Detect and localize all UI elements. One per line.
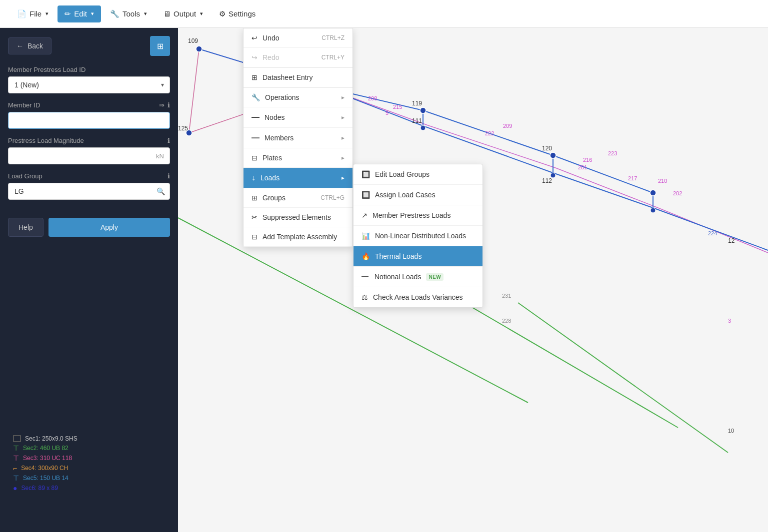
search-icon: 🔍 — [156, 187, 165, 195]
svg-text:228: 228 — [502, 318, 511, 324]
sec5-icon: ⊤ — [13, 474, 19, 482]
loads-label: Loads — [260, 174, 280, 182]
canvas-area[interactable]: 109 110 111 112 119 120 125 207 4 218 20… — [178, 28, 768, 532]
nonlinear-label: Non-Linear Distributed Loads — [375, 232, 466, 240]
submenu-assign-load-cases[interactable]: 🔲 Assign Load Cases — [354, 185, 482, 205]
sec4-label: Sec4: 300x90 CH — [21, 465, 68, 472]
menu-suppressed[interactable]: ✂ Suppressed Elements — [244, 208, 352, 227]
edit-icon: ✏ — [64, 9, 71, 18]
svg-text:215: 215 — [393, 104, 402, 110]
undo-label: Undo — [262, 34, 279, 42]
legend-item-sec2: ⊤ Sec2: 460 UB 82 — [13, 444, 175, 452]
svg-text:201: 201 — [578, 164, 587, 170]
menu-bar: 📄 File ▾ ✏ Edit ▾ 🔧 Tools ▾ 🖥 Output ▾ ⚙… — [0, 0, 768, 28]
member-id-info-icon[interactable]: ℹ — [168, 101, 170, 109]
nodes-chevron: ▸ — [342, 114, 344, 121]
assign-member-icon[interactable]: ⇒ — [159, 101, 164, 109]
menu-operations[interactable]: 🔧 Operations ▸ — [244, 88, 352, 107]
submenu-thermal-loads[interactable]: 🔥 Thermal Loads — [354, 246, 482, 267]
menu-undo[interactable]: ↩ Undo CTRL+Z — [244, 28, 352, 48]
svg-text:216: 216 — [583, 157, 592, 163]
main-content: ← Back ⊞ Member Prestress Load ID 1 (New… — [0, 28, 768, 532]
menu-edit[interactable]: ✏ Edit ▾ — [58, 5, 101, 22]
undo-icon: ↩ — [252, 34, 258, 42]
prestress-load-group: Prestress Load Magnitude ℹ kN — [8, 137, 170, 164]
loads-submenu: 🔲 Edit Load Groups 🔲 Assign Load Cases ↗… — [353, 164, 483, 308]
sec5-label: Sec5: 150 UB 14 — [23, 475, 68, 482]
menu-redo[interactable]: ↪ Redo CTRL+Y — [244, 48, 352, 67]
load-group-info-icon[interactable]: ℹ — [168, 172, 170, 180]
file-icon: 📄 — [17, 9, 26, 18]
menu-template[interactable]: ⊟ Add Template Assembly — [244, 227, 352, 247]
grid-view-button[interactable]: ⊞ — [150, 36, 170, 56]
operations-chevron: ▸ — [342, 94, 344, 101]
sec1-label: Sec1: 250x9.0 SHS — [25, 435, 78, 442]
redo-shortcut: CTRL+Y — [322, 54, 344, 61]
load-group-input[interactable] — [8, 183, 170, 200]
back-arrow-icon: ← — [16, 42, 24, 50]
svg-text:112: 112 — [542, 177, 552, 184]
groups-label: Groups — [262, 194, 286, 202]
menu-output[interactable]: 🖥 Output ▾ — [156, 5, 210, 22]
menu-plates[interactable]: ⊟ Plates ▸ — [244, 148, 352, 168]
load-id-label: Member Prestress Load ID — [8, 66, 170, 73]
sidebar: ← Back ⊞ Member Prestress Load ID 1 (New… — [0, 28, 178, 532]
output-label: Output — [174, 9, 196, 18]
back-label: Back — [28, 42, 43, 50]
prestress-magnitude-input[interactable] — [8, 147, 170, 164]
sec6-icon: ● — [13, 484, 17, 492]
loads-icon: ↓ — [252, 173, 256, 182]
edit-load-groups-icon: 🔲 — [362, 170, 370, 178]
loads-chevron: ▸ — [342, 174, 344, 181]
svg-text:119: 119 — [412, 100, 422, 107]
notional-loads-label: Notional Loads — [374, 273, 421, 281]
submenu-member-prestress[interactable]: ↗ Member Prestress Loads — [354, 205, 482, 226]
submenu-edit-load-groups[interactable]: 🔲 Edit Load Groups — [354, 164, 482, 185]
back-button[interactable]: ← Back — [8, 37, 52, 54]
thermal-loads-label: Thermal Loads — [375, 252, 422, 260]
file-chevron: ▾ — [46, 10, 48, 17]
svg-text:208: 208 — [368, 95, 377, 101]
member-id-input[interactable] — [8, 112, 170, 129]
help-button[interactable]: Help — [8, 218, 44, 237]
submenu-nonlinear[interactable]: 📊 Non-Linear Distributed Loads — [354, 226, 482, 246]
load-group-search-wrapper: 🔍 — [8, 183, 170, 200]
menu-nodes[interactable]: — Nodes ▸ — [244, 107, 352, 128]
unit-label: kN — [156, 152, 164, 160]
svg-text:224: 224 — [708, 230, 717, 236]
svg-text:223: 223 — [608, 150, 617, 156]
plates-label: Plates — [262, 154, 282, 162]
apply-button[interactable]: Apply — [48, 218, 170, 237]
svg-point-26 — [650, 190, 656, 196]
plates-chevron: ▸ — [342, 154, 344, 161]
svg-text:10: 10 — [728, 428, 734, 434]
menu-settings[interactable]: ⚙ Settings — [212, 5, 262, 22]
load-group-label: Load Group ℹ — [8, 172, 170, 180]
submenu-notional-loads[interactable]: Notional Loads NEW — [354, 267, 482, 287]
output-chevron: ▾ — [200, 10, 203, 17]
edit-label: Edit — [74, 9, 87, 18]
svg-text:231: 231 — [502, 293, 511, 299]
svg-text:125: 125 — [178, 125, 188, 132]
prestress-info-icon[interactable]: ℹ — [168, 137, 170, 144]
sec1-icon — [13, 435, 21, 442]
plates-icon: ⊟ — [252, 154, 258, 162]
member-prestress-label: Member Prestress Loads — [372, 211, 450, 219]
settings-icon: ⚙ — [219, 9, 226, 18]
suppressed-icon: ✂ — [252, 213, 258, 221]
menu-loads[interactable]: ↓ Loads ▸ — [244, 168, 352, 188]
menu-file[interactable]: 📄 File ▾ — [10, 5, 56, 22]
members-icon: — — [252, 133, 260, 142]
menu-groups[interactable]: ⊞ Groups CTRL+G — [244, 188, 352, 208]
template-icon: ⊟ — [252, 233, 258, 241]
menu-tools[interactable]: 🔧 Tools ▾ — [103, 5, 154, 22]
load-id-select[interactable]: 1 (New) — [8, 76, 170, 93]
svg-point-30 — [650, 208, 656, 213]
load-id-select-wrapper: 1 (New) ▾ — [8, 76, 170, 93]
settings-label: Settings — [228, 9, 256, 18]
menu-members[interactable]: — Members ▸ — [244, 128, 352, 148]
datasheet-label: Datasheet Entry — [262, 73, 312, 81]
submenu-check-area-loads[interactable]: ⚖ Check Area Loads Variances — [354, 287, 482, 307]
action-buttons: Help Apply — [8, 218, 170, 237]
menu-datasheet[interactable]: ⊞ Datasheet Entry — [244, 68, 352, 87]
